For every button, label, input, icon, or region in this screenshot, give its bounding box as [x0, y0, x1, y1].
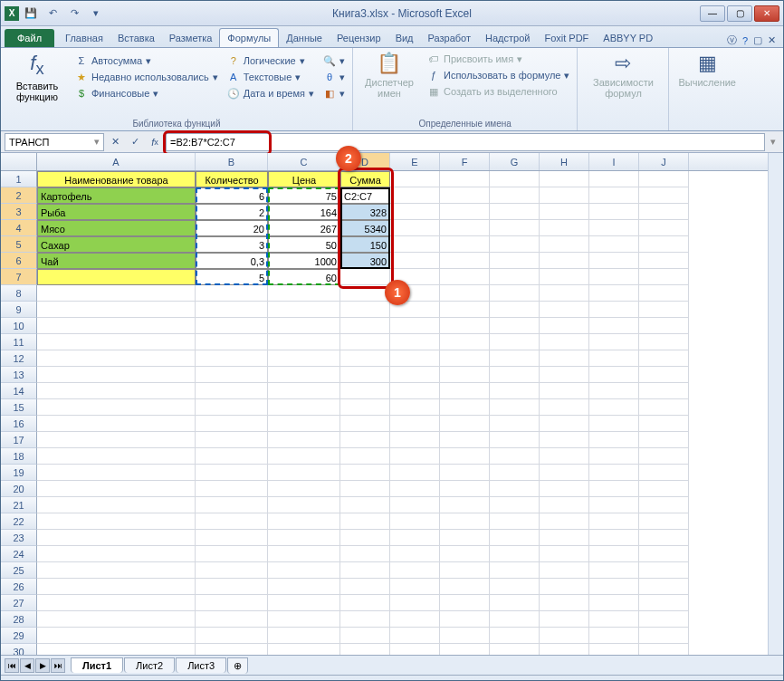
- cell[interactable]: [639, 269, 689, 285]
- cell[interactable]: [540, 399, 589, 416]
- cell[interactable]: [37, 497, 196, 513]
- cell[interactable]: [490, 416, 540, 432]
- cell[interactable]: [639, 334, 689, 350]
- close-button[interactable]: ✕: [754, 5, 779, 22]
- cell[interactable]: 1000: [268, 253, 340, 269]
- cell[interactable]: [639, 171, 689, 187]
- cell[interactable]: 3: [196, 236, 268, 253]
- cell[interactable]: [196, 350, 268, 367]
- vertical-scrollbar[interactable]: [768, 153, 783, 655]
- cell[interactable]: [639, 530, 689, 546]
- cell[interactable]: [196, 546, 268, 562]
- cell[interactable]: [490, 334, 540, 350]
- cell[interactable]: [490, 187, 540, 204]
- cell[interactable]: [37, 399, 196, 416]
- cell[interactable]: [639, 253, 689, 269]
- cell[interactable]: [390, 530, 440, 546]
- cell[interactable]: [589, 611, 639, 628]
- cell[interactable]: [639, 204, 689, 220]
- cell[interactable]: [37, 432, 196, 448]
- cell[interactable]: [268, 416, 340, 432]
- cell[interactable]: [440, 285, 490, 302]
- cell[interactable]: [340, 579, 390, 595]
- cell[interactable]: [540, 513, 589, 530]
- row-header[interactable]: 9: [1, 302, 37, 318]
- sheet-first-icon[interactable]: ⏮: [5, 658, 19, 673]
- row-header[interactable]: 22: [1, 513, 37, 530]
- row-header[interactable]: 26: [1, 579, 37, 595]
- cell[interactable]: [390, 644, 440, 655]
- row-header[interactable]: 7: [1, 269, 37, 285]
- cell[interactable]: [589, 318, 639, 334]
- math-button[interactable]: θ▾: [321, 70, 347, 84]
- cell[interactable]: [589, 171, 639, 187]
- cell[interactable]: [37, 513, 196, 530]
- cell[interactable]: [589, 187, 639, 204]
- recent-button[interactable]: ★Недавно использовались ▾: [73, 70, 220, 84]
- cell[interactable]: [639, 399, 689, 416]
- cell[interactable]: [589, 416, 639, 432]
- cell[interactable]: [268, 318, 340, 334]
- row-header[interactable]: 23: [1, 530, 37, 546]
- financial-button[interactable]: $Финансовые ▾: [73, 86, 220, 101]
- cell[interactable]: [390, 253, 440, 269]
- col-header-b[interactable]: B: [196, 153, 268, 170]
- cell[interactable]: [540, 334, 589, 350]
- cell[interactable]: [196, 481, 268, 497]
- cell[interactable]: [490, 220, 540, 236]
- cell[interactable]: [268, 448, 340, 465]
- cell[interactable]: 2: [196, 204, 268, 220]
- cell[interactable]: [196, 383, 268, 399]
- cell[interactable]: [490, 628, 540, 644]
- cell[interactable]: [639, 644, 689, 655]
- cell[interactable]: [390, 465, 440, 481]
- row-header[interactable]: 6: [1, 253, 37, 269]
- cell[interactable]: [440, 562, 490, 579]
- cell[interactable]: [490, 318, 540, 334]
- cell[interactable]: [268, 302, 340, 318]
- cell[interactable]: [37, 334, 196, 350]
- undo-icon[interactable]: ↶: [44, 5, 61, 22]
- datetime-button[interactable]: 🕓Дата и время ▾: [225, 86, 316, 101]
- col-header-a[interactable]: A: [37, 153, 196, 170]
- cell[interactable]: [440, 399, 490, 416]
- col-header-e[interactable]: E: [390, 153, 440, 170]
- cell[interactable]: [196, 530, 268, 546]
- cancel-edit-button[interactable]: ✕: [106, 133, 124, 151]
- cell[interactable]: [540, 253, 589, 269]
- row-header[interactable]: 18: [1, 448, 37, 465]
- cell[interactable]: [196, 465, 268, 481]
- cell[interactable]: [340, 318, 390, 334]
- cell[interactable]: [440, 204, 490, 220]
- row-header[interactable]: 5: [1, 236, 37, 253]
- cell[interactable]: [340, 448, 390, 465]
- cell[interactable]: [589, 302, 639, 318]
- cell[interactable]: [490, 448, 540, 465]
- cell[interactable]: [268, 367, 340, 383]
- cell[interactable]: [390, 318, 440, 334]
- tab-abbyy[interactable]: ABBYY PD: [596, 29, 660, 47]
- cell[interactable]: [196, 318, 268, 334]
- cell[interactable]: [589, 383, 639, 399]
- cell[interactable]: [37, 318, 196, 334]
- cell[interactable]: [37, 285, 196, 302]
- cell[interactable]: [639, 220, 689, 236]
- cell[interactable]: [268, 399, 340, 416]
- row-header[interactable]: 13: [1, 367, 37, 383]
- sheet-tab-1[interactable]: Лист1: [71, 657, 123, 673]
- window-close-icon[interactable]: ✕: [768, 34, 776, 46]
- row-header[interactable]: 10: [1, 318, 37, 334]
- row-header[interactable]: 1: [1, 171, 37, 187]
- cell[interactable]: [390, 334, 440, 350]
- cell[interactable]: [540, 383, 589, 399]
- cell[interactable]: [390, 399, 440, 416]
- cell[interactable]: [37, 416, 196, 432]
- cell[interactable]: Количество: [196, 171, 268, 187]
- cell[interactable]: [196, 579, 268, 595]
- cell[interactable]: [390, 513, 440, 530]
- tab-home[interactable]: Главная: [58, 29, 110, 47]
- minimize-button[interactable]: —: [700, 5, 725, 22]
- cell[interactable]: [390, 481, 440, 497]
- cell[interactable]: [540, 465, 589, 481]
- cell[interactable]: [340, 367, 390, 383]
